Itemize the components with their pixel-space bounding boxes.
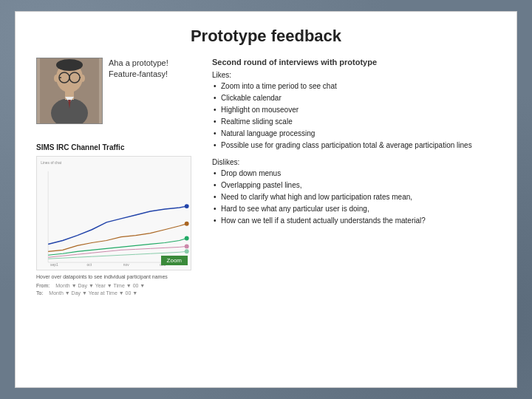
svg-point-25 xyxy=(185,244,189,248)
right-header: Second round of interviews with prototyp… xyxy=(212,58,496,66)
content-area: Aha a prototype! Feature-fantasy! SIMS I… xyxy=(36,58,496,296)
likes-section: Likes: Zoom into a time period to see ch… xyxy=(212,71,496,151)
right-column: Second round of interviews with prototyp… xyxy=(212,58,496,296)
dislikes-section: Dislikes: Drop down menus Overlapping pa… xyxy=(212,158,496,226)
svg-point-24 xyxy=(185,236,189,241)
svg-point-8 xyxy=(81,75,85,82)
prototype-label: Aha a prototype! Feature-fantasy! xyxy=(109,58,168,81)
svg-text:sep1: sep1 xyxy=(50,263,58,267)
chart-svg: Lines of chat sep1 oct nov dec xyxy=(37,157,191,270)
list-item: Natural language processing xyxy=(212,129,496,139)
list-item: Highlight on mouseover xyxy=(212,105,496,115)
chart-box: Lines of chat sep1 oct nov dec xyxy=(36,156,191,270)
dislikes-label: Dislikes: xyxy=(212,158,496,166)
svg-point-13 xyxy=(56,59,83,71)
svg-text:Lines of chat: Lines of chat xyxy=(41,161,62,165)
svg-point-22 xyxy=(185,204,189,208)
list-item: How can we tell if a student actually un… xyxy=(212,216,496,226)
person-image xyxy=(36,58,103,124)
list-item: Zoom into a time period to see chat xyxy=(212,81,496,92)
svg-point-7 xyxy=(54,75,58,82)
list-item: Clickable calendar xyxy=(212,93,496,103)
left-column: Aha a prototype! Feature-fantasy! SIMS I… xyxy=(36,58,199,296)
chart-section: SIMS IRC Channel Traffic Lines of chat s… xyxy=(36,143,199,296)
chart-title: SIMS IRC Channel Traffic xyxy=(36,143,199,151)
svg-point-23 xyxy=(185,222,189,226)
svg-text:oct: oct xyxy=(86,263,92,267)
list-item: Hard to see what any particular user is … xyxy=(212,204,496,214)
list-item: Realtime sliding scale xyxy=(212,117,496,127)
dislikes-list: Drop down menus Overlapping pastel lines… xyxy=(212,168,496,226)
svg-point-26 xyxy=(185,249,189,253)
list-item: Overlapping pastel lines, xyxy=(212,180,496,191)
zoom-button[interactable]: Zoom xyxy=(161,256,188,265)
chart-footer: Hover over datapoints to see individual … xyxy=(36,273,199,296)
list-item: Drop down menus xyxy=(212,168,496,179)
slide-title: Prototype feedback xyxy=(36,27,496,46)
likes-label: Likes: xyxy=(212,71,496,79)
likes-list: Zoom into a time period to see chat Clic… xyxy=(212,81,496,151)
svg-text:nov: nov xyxy=(123,263,129,267)
list-item: Possible use for grading class participa… xyxy=(212,140,496,151)
list-item: Need to clarify what high and low partic… xyxy=(212,192,496,202)
slide: Prototype feedback xyxy=(15,11,517,388)
